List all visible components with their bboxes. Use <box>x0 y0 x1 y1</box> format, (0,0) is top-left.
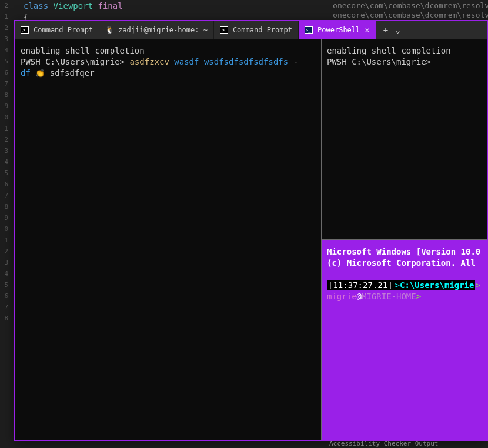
terminal-line: enabling shell completion <box>21 45 315 56</box>
terminal-panes: enabling shell completion PWSH C:\Users\… <box>15 39 487 440</box>
terminal-line: (c) Microsoft Corporation. All <box>327 258 483 269</box>
new-tab-button[interactable]: + <box>383 25 388 35</box>
svg-text:>: > <box>22 28 25 33</box>
cmd-icon: > <box>21 26 29 34</box>
pane-right: enabling shell completion PWSH C:\Users\… <box>322 39 487 440</box>
pane-right-top[interactable]: enabling shell completion PWSH C:\Users\… <box>322 39 487 240</box>
svg-text:>: > <box>222 28 225 33</box>
terminal-window: > Command Prompt 🐧 zadjii@migrie-home: ~… <box>14 20 488 441</box>
tab-label: Command Prompt <box>34 26 93 34</box>
terminal-line: [11:37:27.21]>C:\Users\migrie> <box>327 280 483 291</box>
pane-right-bottom[interactable]: Microsoft Windows [Version 10.0 (c) Micr… <box>322 240 487 440</box>
tab-command-prompt-1[interactable]: > Command Prompt <box>15 21 99 39</box>
code-line: class Viewport final <box>24 1 123 11</box>
editor-gutter: 21234567890123456789012345678 <box>0 0 11 448</box>
powershell-icon: >_ <box>305 26 313 34</box>
close-icon[interactable]: × <box>365 25 369 35</box>
tab-label: Command Prompt <box>233 26 292 34</box>
terminal-line: migrie@MIGRIE-HOME> <box>327 291 483 302</box>
linux-icon: 🐧 <box>105 26 113 34</box>
emoji-icon: 👏 <box>35 69 45 78</box>
terminal-line: PWSH C:\Users\migrie> <box>327 56 483 68</box>
tab-linux[interactable]: 🐧 zadjii@migrie-home: ~ <box>99 21 214 39</box>
tab-controls: + ⌄ <box>376 25 407 35</box>
cmd-icon: > <box>220 26 228 34</box>
terminal-line: Microsoft Windows [Version 10.0 <box>327 246 483 258</box>
background-path: onecore\com\combase\dcomrem\resolve <box>333 1 488 10</box>
tab-dropdown-icon[interactable]: ⌄ <box>395 25 400 35</box>
tab-bar: > Command Prompt 🐧 zadjii@migrie-home: ~… <box>15 21 487 39</box>
background-path: onecore\com\combase\dcomrem\resolve <box>333 11 488 19</box>
tab-label: zadjii@migrie-home: ~ <box>118 26 208 34</box>
pane-left[interactable]: enabling shell completion PWSH C:\Users\… <box>15 39 322 440</box>
terminal-line: enabling shell completion <box>327 45 483 56</box>
status-bar: Accessibility Checker Output <box>0 440 488 448</box>
tab-command-prompt-2[interactable]: > Command Prompt <box>214 21 299 39</box>
tab-powershell[interactable]: >_ PowerShell × <box>299 21 376 39</box>
svg-text:>_: >_ <box>306 28 311 33</box>
terminal-line: df 👏 sdfsdfqer <box>21 68 315 79</box>
tab-label: PowerShell <box>317 26 360 34</box>
terminal-line: PWSH C:\Users\migrie> asdfzxcv wasdf wsd… <box>21 56 315 68</box>
